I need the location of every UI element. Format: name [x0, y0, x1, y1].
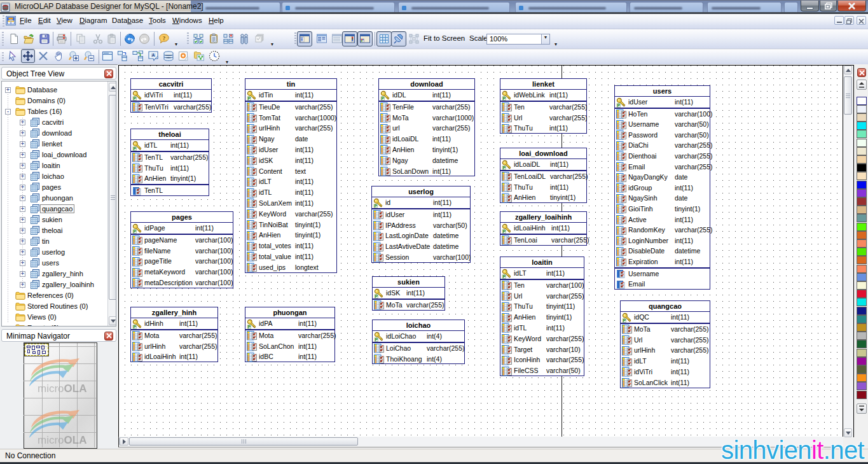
svg-text:P: P: [375, 337, 378, 341]
svg-text:P: P: [248, 324, 251, 328]
svg-text:P: P: [134, 324, 137, 328]
svg-text:?: ?: [163, 35, 166, 41]
svg-text:P: P: [375, 293, 378, 298]
svg-text:P: P: [623, 318, 626, 322]
svg-text:P: P: [617, 102, 621, 107]
svg-text:P: P: [503, 228, 506, 233]
svg-text:P: P: [503, 165, 506, 169]
svg-text:P: P: [382, 95, 385, 100]
svg-text:P: P: [503, 95, 506, 100]
svg-text:P: P: [134, 228, 137, 233]
svg-text:P: P: [134, 146, 137, 150]
svg-text:P: P: [503, 274, 506, 278]
svg-text:P: P: [248, 95, 251, 100]
svg-text:P: P: [375, 203, 378, 207]
svg-text:P: P: [134, 95, 137, 100]
svg-text:microOLA: microOLA: [38, 434, 86, 446]
svg-text:microOLA: microOLA: [38, 383, 86, 394]
svg-text:A: A: [151, 53, 155, 57]
